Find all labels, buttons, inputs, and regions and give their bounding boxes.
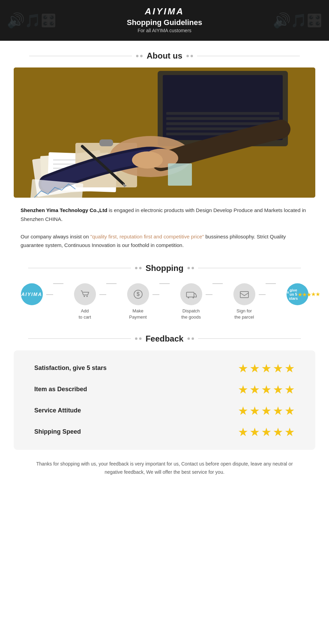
step-sign-circle — [233, 283, 255, 305]
star-4: ★ — [273, 405, 283, 417]
philosophy-quote: "quality first, reputation first and com… — [90, 234, 204, 239]
dot — [140, 55, 143, 57]
star-4: ★ — [273, 362, 283, 374]
star-1: ★ — [238, 405, 248, 417]
divider-line-right — [197, 56, 300, 56]
svg-rect-16 — [99, 139, 113, 146]
step-cart: Addto cart — [67, 283, 103, 320]
svg-text:$: $ — [136, 291, 139, 297]
star-1: ★ — [238, 362, 248, 374]
divider-line-right — [198, 268, 301, 268]
stars-described: ★ ★ ★ ★ ★ — [238, 384, 295, 395]
step-brand: AIYIMA — [14, 283, 50, 308]
svg-rect-5 — [166, 117, 279, 120]
svg-point-25 — [86, 296, 88, 297]
svg-rect-20 — [168, 163, 192, 186]
shopping-steps: AIYIMA Addto cart $ — [14, 283, 315, 320]
about-title: About us — [147, 51, 182, 61]
star-5: ★ — [284, 405, 295, 417]
star-5: ★ — [284, 426, 295, 438]
dot — [135, 267, 137, 269]
about-section-divider: About us — [0, 51, 329, 61]
star-3: ★ — [261, 426, 271, 438]
dots-left — [135, 267, 142, 269]
connector-2 — [103, 283, 120, 284]
svg-rect-28 — [186, 292, 194, 297]
step-confirm-circle: Confirm and give us 5 stars ★★★ ★★ — [287, 283, 308, 305]
feedback-card: Satisfaction, give 5 stars ★ ★ ★ ★ ★ Ite… — [14, 350, 315, 450]
step-dispatch-circle — [180, 283, 202, 305]
stars-satisfaction: ★ ★ ★ ★ ★ — [238, 362, 295, 374]
connector-4 — [209, 283, 226, 284]
dot — [192, 337, 194, 340]
divider-line-right — [198, 338, 301, 339]
feedback-row-service: Service Attitude ★ ★ ★ ★ ★ — [34, 405, 295, 417]
about-text-block: Shenzhen Yima Technology Co.,Ltd is enga… — [21, 206, 308, 250]
dots-right — [187, 337, 194, 340]
shopping-section-divider: Shopping — [0, 263, 329, 273]
step-cart-label: Addto cart — [78, 308, 91, 320]
feedback-label-described: Item as Described — [34, 386, 87, 393]
dot — [192, 267, 194, 269]
dots-left — [136, 55, 143, 57]
divider-line-left — [28, 338, 131, 339]
footer-text: Thanks for shopping with us, your feedba… — [27, 460, 302, 476]
stars-shipping: ★ ★ ★ ★ ★ — [238, 426, 295, 438]
divider-line-left — [29, 56, 132, 56]
dots-right — [187, 267, 194, 269]
star-3: ★ — [261, 362, 271, 374]
connector-1 — [50, 283, 67, 284]
svg-point-29 — [188, 297, 189, 298]
feedback-label-shipping: Shipping Speed — [34, 428, 81, 435]
star-1: ★ — [238, 426, 248, 438]
feedback-title: Feedback — [146, 334, 184, 344]
dot — [136, 55, 138, 57]
dot — [187, 337, 190, 340]
feedback-label-satisfaction: Satisfaction, give 5 stars — [34, 364, 107, 372]
star-4: ★ — [273, 426, 283, 438]
step-sign-label: Sign forthe parcel — [234, 308, 254, 320]
step-dispatch-label: Dispatchthe goods — [181, 308, 201, 320]
svg-point-24 — [84, 296, 85, 297]
feedback-row-described: Item as Described ★ ★ ★ ★ ★ — [34, 384, 295, 395]
page-subtitle: For all AIYIMA customers — [0, 28, 329, 33]
star-1: ★ — [238, 384, 248, 395]
divider-line-left — [28, 268, 131, 268]
star-4: ★ — [273, 384, 283, 395]
header: 🔊 🎵 🎛️ 🔊 🎵 🎛️ AIYIMA Shopping Guidelines… — [0, 0, 329, 41]
feedback-section-divider: Feedback — [0, 334, 329, 344]
step-confirm: Confirm and give us 5 stars ★★★ ★★ — [279, 283, 315, 308]
feedback-row-shipping: Shipping Speed ★ ★ ★ ★ ★ — [34, 426, 295, 438]
dot — [191, 55, 193, 57]
dot — [186, 55, 189, 57]
about-image — [14, 67, 315, 198]
svg-point-30 — [193, 297, 194, 298]
connector-5 — [262, 283, 279, 284]
feedback-row-satisfaction: Satisfaction, give 5 stars ★ ★ ★ ★ ★ — [34, 362, 295, 374]
star-2: ★ — [249, 384, 260, 395]
star-5: ★ — [284, 384, 295, 395]
star-5: ★ — [284, 362, 295, 374]
step-cart-circle — [74, 283, 96, 305]
dot — [187, 267, 190, 269]
step-dispatch: Dispatchthe goods — [173, 283, 209, 320]
brand-logo: AIYIMA — [0, 6, 329, 17]
star-2: ★ — [249, 362, 260, 374]
svg-rect-31 — [240, 292, 248, 298]
connector-3 — [156, 283, 173, 284]
about-illustration — [14, 67, 315, 198]
dot — [135, 337, 137, 340]
shopping-title: Shopping — [146, 263, 184, 273]
svg-rect-4 — [166, 112, 279, 115]
page-title: Shopping Guidelines — [0, 18, 329, 27]
star-2: ★ — [249, 405, 260, 417]
step-payment: $ MakePayment — [120, 283, 156, 320]
step-sign: Sign forthe parcel — [226, 283, 262, 320]
star-3: ★ — [261, 384, 271, 395]
dots-right — [186, 55, 193, 57]
step-payment-label: MakePayment — [129, 308, 147, 320]
star-3: ★ — [261, 405, 271, 417]
step-brand-circle: AIYIMA — [21, 283, 43, 305]
star-2: ★ — [249, 426, 260, 438]
stars-service: ★ ★ ★ ★ ★ — [238, 405, 295, 417]
